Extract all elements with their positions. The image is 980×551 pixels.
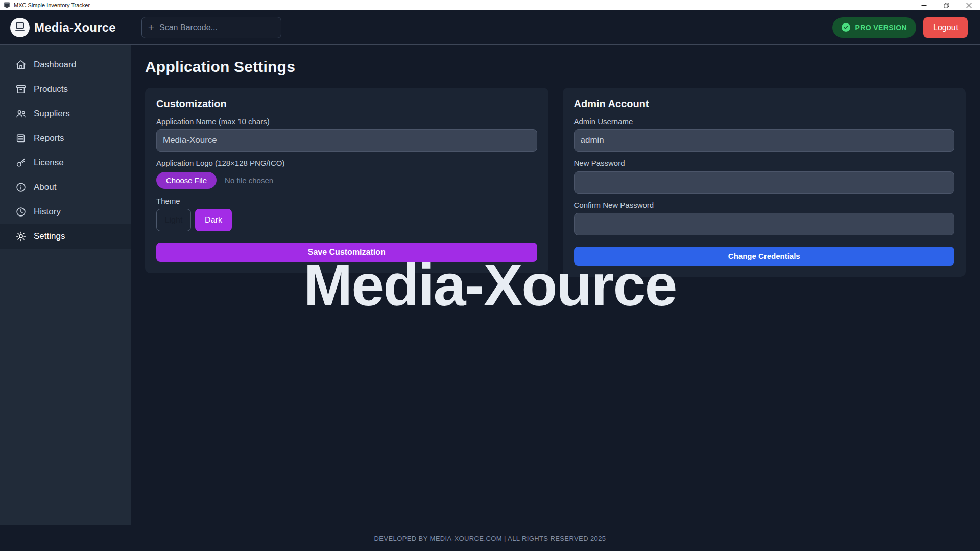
sidebar-item-products[interactable]: Products — [0, 77, 131, 102]
new-password-input[interactable] — [574, 171, 955, 194]
box-icon — [15, 84, 27, 95]
theme-toggle-group: Light Dark — [156, 209, 537, 231]
admin-account-card: Admin Account Admin Username New Passwor… — [563, 88, 966, 277]
app-logo-monitor-icon — [16, 22, 24, 29]
change-credentials-button[interactable]: Change Credentials — [574, 247, 955, 266]
application-logo-label: Application Logo (128×128 PNG/ICO) — [156, 159, 537, 167]
logout-button[interactable]: Logout — [923, 17, 968, 38]
key-icon — [15, 157, 27, 169]
app-logo-text-line-2 — [17, 32, 22, 33]
users-icon — [15, 108, 27, 119]
window-close-button[interactable] — [958, 0, 980, 10]
footer: DEVELOPED BY MEDIA-XOURCE.COM | ALL RIGH… — [0, 525, 980, 551]
clock-icon — [15, 206, 27, 218]
home-icon — [15, 59, 27, 70]
confirm-new-password-label: Confirm New Password — [574, 201, 955, 209]
window-title: MXC Simple Inventory Tracker — [14, 2, 90, 8]
pro-version-label: PRO VERSION — [855, 23, 907, 32]
customization-card: Customization Application Name (max 10 c… — [145, 88, 548, 273]
theme-dark-button[interactable]: Dark — [195, 209, 232, 231]
window-restore-button[interactable] — [935, 0, 958, 10]
gear-icon — [15, 231, 27, 242]
sidebar-item-label: Reports — [34, 133, 64, 143]
application-name-input[interactable] — [156, 129, 537, 152]
choose-file-button[interactable]: Choose File — [156, 172, 217, 189]
sidebar-item-label: About — [34, 182, 56, 193]
app-header: Media-Xource + PRO VERSION Logout — [0, 10, 980, 45]
theme-light-button[interactable]: Light — [156, 209, 191, 231]
no-file-chosen-text: No file chosen — [225, 176, 273, 185]
window-minimize-button[interactable] — [913, 0, 935, 10]
application-name-label: Application Name (max 10 chars) — [156, 117, 537, 126]
sidebar-item-settings[interactable]: Settings — [0, 224, 131, 249]
plus-icon: + — [148, 21, 154, 32]
app-logo-text-line — [15, 30, 25, 31]
app-logo — [10, 18, 30, 37]
sidebar-item-license[interactable]: License — [0, 151, 131, 175]
app-name: Media-Xource — [34, 20, 116, 35]
page-title: Application Settings — [145, 58, 966, 76]
save-customization-button[interactable]: Save Customization — [156, 243, 537, 262]
report-lines-icon — [15, 133, 27, 144]
settings-cards: Customization Application Name (max 10 c… — [145, 88, 966, 277]
sidebar-item-label: Suppliers — [34, 109, 70, 119]
sidebar-item-about[interactable]: About — [0, 175, 131, 200]
sidebar-item-label: History — [34, 207, 61, 217]
pro-version-badge: PRO VERSION — [832, 17, 916, 38]
sidebar: Dashboard Products Suppliers — [0, 45, 131, 525]
window-titlebar: MXC Simple Inventory Tracker — [0, 0, 980, 10]
sidebar-item-history[interactable]: History — [0, 200, 131, 224]
sidebar-item-label: Products — [34, 84, 68, 94]
confirm-new-password-input[interactable] — [574, 213, 955, 235]
main-content: Application Settings Customization Appli… — [131, 45, 980, 525]
admin-username-label: Admin Username — [574, 117, 955, 126]
sidebar-item-dashboard[interactable]: Dashboard — [0, 53, 131, 77]
scan-barcode-field[interactable]: + — [141, 17, 281, 38]
footer-text: DEVELOPED BY MEDIA-XOURCE.COM | ALL RIGH… — [374, 535, 606, 542]
sidebar-item-label: Settings — [34, 231, 65, 242]
new-password-label: New Password — [574, 159, 955, 167]
info-circle-icon — [15, 182, 27, 193]
sidebar-item-label: License — [34, 158, 64, 168]
theme-label: Theme — [156, 197, 537, 205]
logo-file-row: Choose File No file chosen — [156, 171, 537, 189]
admin-account-heading: Admin Account — [574, 98, 955, 110]
window-app-icon — [4, 2, 10, 8]
scan-barcode-input[interactable] — [159, 23, 275, 32]
admin-username-input[interactable] — [574, 129, 955, 152]
sidebar-item-reports[interactable]: Reports — [0, 126, 131, 151]
sidebar-item-suppliers[interactable]: Suppliers — [0, 102, 131, 126]
app-body: Dashboard Products Suppliers — [0, 45, 980, 525]
customization-heading: Customization — [156, 98, 537, 110]
sidebar-item-label: Dashboard — [34, 60, 76, 70]
check-circle-icon — [842, 23, 850, 32]
